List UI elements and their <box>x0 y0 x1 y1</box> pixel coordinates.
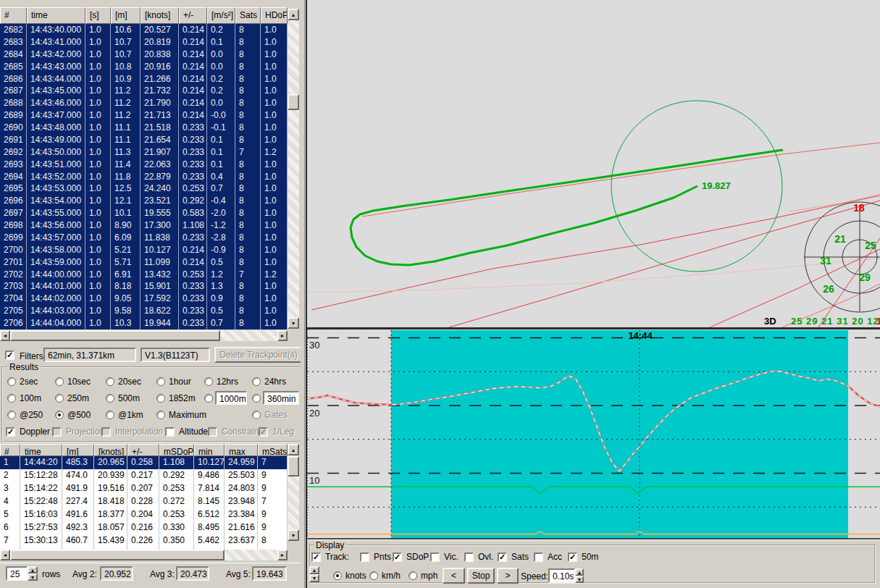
trackpoint-row[interactable]: 269014:43:48.0001.011.121.5180.233-0.181… <box>0 122 288 134</box>
trackpoint-row[interactable]: 268214:43:40.0001.010.620.5270.2140.281.… <box>0 24 288 36</box>
display-checkbox-ovl[interactable] <box>464 553 474 562</box>
results-radio-500[interactable] <box>55 411 64 419</box>
replay-speed-field[interactable]: 0.10s <box>548 568 575 583</box>
display-checkbox-sats[interactable]: ✓ <box>498 553 507 562</box>
units-radio-knots[interactable] <box>333 571 342 580</box>
stop-button[interactable]: Stop <box>467 568 495 584</box>
trackpoint-row[interactable]: 268614:43:44.0001.010.921.2660.2140.281.… <box>0 73 288 85</box>
trackpoint-row[interactable]: 269314:43:51.0001.011.422.0630.2330.181.… <box>0 159 288 171</box>
result-row[interactable]: 515:16:03491.618.3770.2040.2536.51223.38… <box>0 508 288 521</box>
results-radio-maximum[interactable] <box>156 411 165 419</box>
results-checkbox-doppler[interactable]: ✓ <box>6 427 15 437</box>
units-radio-mph[interactable] <box>408 571 417 580</box>
trackpoint-row[interactable]: 270414:44:02.0001.09.0517.5920.2330.981.… <box>0 293 288 305</box>
results-radio-1km[interactable] <box>106 411 114 419</box>
results-radio-24hrs[interactable] <box>252 377 261 386</box>
scroll-down-button[interactable]: ▼ <box>288 317 299 329</box>
trackpoint-row[interactable]: 268914:43:47.0001.011.221.7130.214-0.081… <box>0 109 288 122</box>
display-checkbox-pnts[interactable] <box>360 553 369 562</box>
spin-up-button[interactable]: ▲ <box>309 566 319 574</box>
trackpoint-row[interactable]: 269914:43:57.0001.06.0911.8380.233-2.881… <box>0 232 288 244</box>
trackpoint-row[interactable]: 269814:43:56.0001.08.9017.3001.108-1.281… <box>0 219 288 232</box>
map-canvas[interactable]: 182125312926 <box>307 0 880 327</box>
display-checkbox-50m[interactable]: ✓ <box>568 553 577 562</box>
scroll-up-button[interactable]: ▲ <box>288 444 299 455</box>
trackpoint-row[interactable]: 270214:44:00.0001.06.9113.4320.2531.271.… <box>0 269 288 281</box>
trackpoint-row[interactable]: 270514:44:03.0001.09.5818.6220.2330.581.… <box>0 305 288 317</box>
trackpoint-row[interactable]: 269214:43:50.0001.011.321.9070.2330.171.… <box>0 146 288 159</box>
trackpoint-row[interactable]: 269114:43:49.0001.011.121.6540.2330.181.… <box>0 134 288 146</box>
trackpoint-row[interactable]: 268514:43:43.0001.010.820.9160.2140.081.… <box>0 61 288 73</box>
results-table-vscrollbar[interactable]: ▲▼ <box>288 444 299 541</box>
results-radio-1852m[interactable] <box>156 394 165 403</box>
scroll-up-button[interactable]: ▲ <box>288 9 299 20</box>
column-header: [m] <box>62 444 94 456</box>
trackpoint-table-hscrollbar[interactable]: ◄► <box>0 330 288 341</box>
trackpoint-row[interactable]: 268414:43:42.0001.010.720.8380.2140.081.… <box>0 49 288 61</box>
trackpoint-row[interactable]: 268314:43:41.0001.010.720.8190.2140.181.… <box>0 36 288 49</box>
results-radio-20sec[interactable] <box>106 377 114 386</box>
result-row[interactable]: 215:12:28474.020.9390.2170.2929.48625.50… <box>0 469 288 482</box>
scroll-down-button[interactable]: ▼ <box>288 529 299 541</box>
results-value-input[interactable]: 360min <box>263 391 299 405</box>
trackpoint-row[interactable]: 268714:43:45.0001.011.221.7320.2140.281.… <box>0 85 288 97</box>
display-checkbox-vic[interactable] <box>430 553 440 562</box>
results-radio-250[interactable] <box>7 411 16 419</box>
step-back-button[interactable]: < <box>443 568 465 584</box>
trackpoint-row[interactable]: 269514:43:53.0001.012.524.2400.2530.781.… <box>0 182 288 195</box>
results-radio-250m[interactable] <box>55 394 64 403</box>
panel-divider[interactable] <box>301 0 305 588</box>
spin-up-button[interactable]: ▲ <box>28 566 38 574</box>
display-checkbox-acc[interactable] <box>534 553 543 562</box>
results-radio-1000m[interactable] <box>204 394 213 403</box>
results-radio-1hour[interactable] <box>156 377 165 386</box>
results-radio-12hrs[interactable] <box>204 377 213 386</box>
rows-count-field[interactable]: 25 <box>6 566 28 581</box>
rows-count-spinner[interactable]: ▲▼ <box>28 566 38 581</box>
units-radio-kmh[interactable] <box>369 571 378 580</box>
scroll-thumb[interactable] <box>288 94 299 110</box>
scroll-thumb[interactable] <box>10 330 220 341</box>
scroll-left-button[interactable]: ◄ <box>0 330 10 341</box>
scroll-right-button[interactable]: ► <box>277 550 288 560</box>
display-checkbox-track[interactable]: ✓ <box>311 553 321 562</box>
replay-speed-spinner[interactable]: ▲▼ <box>575 568 584 583</box>
speed-graph-canvas[interactable] <box>307 329 880 539</box>
result-row[interactable]: 114:44:20485.320.9650.2581.10810.12724.9… <box>0 456 288 469</box>
trackpoint-row[interactable]: 270014:43:58.0001.05.2110.1270.214-0.981… <box>0 244 288 256</box>
cell: 2683 <box>0 36 27 49</box>
results-value-input[interactable]: 1000m <box>215 391 247 405</box>
trackpoint-row[interactable]: 269714:43:55.0001.010.119.5550.583-2.081… <box>0 207 288 219</box>
trackpoint-table-vscrollbar[interactable]: ▲▼ <box>288 9 299 329</box>
display-checkbox-sdop[interactable]: ✓ <box>393 553 402 562</box>
trackpoint-row[interactable]: 269414:43:52.0001.011.822.8790.2330.481.… <box>0 171 288 183</box>
filters-checkbox[interactable]: ✓ <box>5 350 14 360</box>
results-radio-2sec[interactable] <box>7 377 16 386</box>
result-row[interactable]: 315:14:22491.919.5160.2070.2537.81424.80… <box>0 482 288 495</box>
scroll-thumb[interactable] <box>10 550 225 560</box>
result-row[interactable]: 615:27:53492.318.0570.2160.3308.49521.61… <box>0 521 288 534</box>
spin-down-button[interactable]: ▼ <box>309 574 319 582</box>
spin-up-button[interactable]: ▲ <box>575 568 584 576</box>
graph-scale-spinner[interactable]: ▲▼ <box>309 566 319 582</box>
scroll-right-button[interactable]: ► <box>277 330 288 341</box>
spin-down-button[interactable]: ▼ <box>28 574 38 581</box>
trackpoint-row[interactable]: 269614:43:54.0001.012.123.5210.292-0.481… <box>0 195 288 207</box>
results-radio-100m[interactable] <box>7 394 16 403</box>
result-row[interactable]: 715:30:13460.715.4390.2260.3505.46223.63… <box>0 534 288 547</box>
results-radio-360min[interactable] <box>252 394 261 403</box>
results-radio-500m[interactable] <box>106 394 114 403</box>
results-table-hscrollbar[interactable]: ◄► <box>0 550 288 560</box>
trackpoint-row[interactable]: 270314:44:01.0001.08.1815.9010.2331.381.… <box>0 280 288 293</box>
trackpoint-row[interactable]: 270114:43:59.0001.05.7111.0990.2140.581.… <box>0 256 288 269</box>
results-radio-label: 10sec <box>67 377 91 387</box>
spin-down-button[interactable]: ▼ <box>575 576 584 583</box>
results-radio-10sec[interactable] <box>55 377 64 386</box>
scroll-thumb[interactable] <box>288 456 299 476</box>
results-checkbox-altitude[interactable] <box>165 427 175 437</box>
trackpoint-row[interactable]: 268814:43:46.0001.011.221.7900.2140.081.… <box>0 97 288 109</box>
step-forward-button[interactable]: > <box>497 568 519 584</box>
result-row[interactable]: 415:22:48227.418.4180.2280.2728.14523.94… <box>0 495 288 508</box>
scroll-left-button[interactable]: ◄ <box>0 550 10 560</box>
trackpoint-row[interactable]: 270614:44:04.0001.010.319.9440.2330.781.… <box>0 317 288 329</box>
